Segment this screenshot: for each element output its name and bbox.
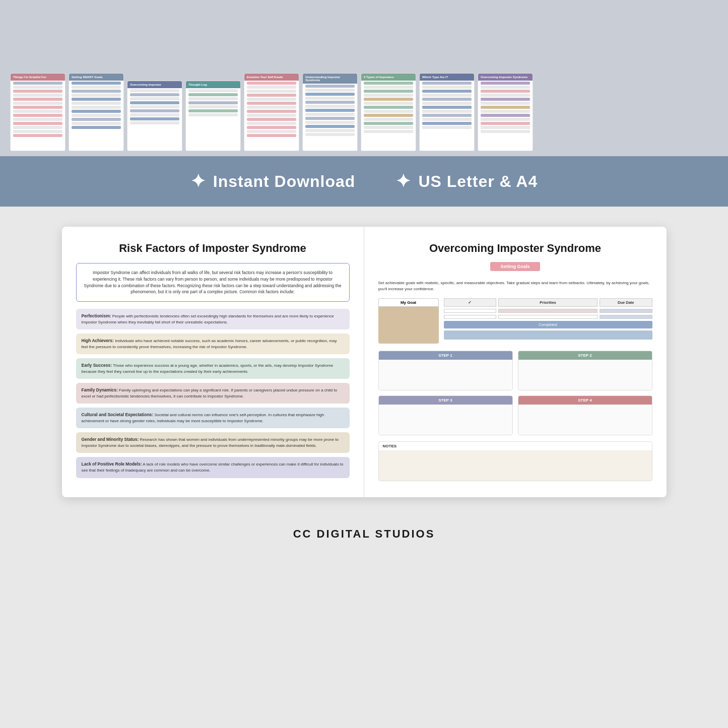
step-2-content [518,360,652,390]
check-1 [444,309,497,313]
priority-1 [498,309,598,313]
right-page: Overcoming Imposter Syndrome Setting Goa… [364,227,667,497]
risk-factor-high-achievers: High Achievers: Individuals who have ach… [76,334,350,354]
banner: ✦ Instant Download ✦ US Letter & A4 [0,156,728,207]
format-text: US Letter & A4 [418,172,538,191]
goal-right-table: ✓ Priorities Due Date [444,298,652,344]
risk-factor-family-dynamics-title: Family Dynamics: [82,387,118,392]
setting-goals-label: Setting Goals [490,262,540,271]
left-page-title: Risk Factors of Imposter Syndrome [76,242,350,255]
risk-factor-high-achievers-title: High Achievers: [82,338,114,343]
preview-page-8: Which Type Am I? [419,73,475,151]
risk-factor-family-dynamics: Family Dynamics: Family upbringing and e… [76,383,350,404]
completed-row: Completed [444,321,652,328]
step-3-content [379,405,512,435]
instant-download-text: Instant Download [213,172,356,191]
notes-box: NOTES [378,441,652,481]
main-content: Risk Factors of Imposter Syndrome Impost… [0,207,728,517]
preview-page-5: Examine Your Self Doubt [244,73,299,151]
goals-intro: Set achievable goals with realistic, spe… [378,280,652,292]
step-3-header: STEP 3 [379,396,512,405]
risk-factor-perfectionism-body: People with perfectionistic tendencies o… [82,314,334,324]
preview-page-9-title: Overcoming Imposter Syndrome [478,74,533,81]
risk-factor-early-success-body: Those who experience success at a young … [82,363,334,374]
step-box-1: STEP 1 [378,351,513,390]
preview-page-6-title: Understanding Imposter Syndrome [303,74,357,84]
check-header: ✓ [444,298,497,307]
due-date-header: Due Date [600,298,652,307]
banner-item-2: ✦ US Letter & A4 [395,171,538,192]
right-page-title: Overcoming Imposter Syndrome [378,242,652,255]
priority-2 [498,315,598,319]
completed-box [444,330,652,340]
priority-row-2 [444,315,652,319]
preview-page-9: Overcoming Imposter Syndrome [478,73,533,151]
preview-page-7: 5 Types of Imposters [361,73,416,151]
goals-header-row: Setting Goals [378,262,652,276]
steps-grid: STEP 1 STEP 2 STEP 3 STEP 4 [378,351,652,435]
step-4-content [518,405,652,435]
document-spread: Risk Factors of Imposter Syndrome Impost… [62,227,667,497]
risk-factor-early-success-title: Early Success: [82,363,112,368]
risk-factor-cultural-title: Cultural and Societal Expectations: [82,412,154,417]
preview-page-8-title: Which Type Am I? [420,74,474,81]
risk-factor-high-achievers-body: Individuals who have achieved notable su… [82,339,337,349]
preview-pages-container: Things I'm Grateful For Setting SMART Go… [0,68,728,156]
risk-factor-perfectionism-title: Perfectionism: [82,313,111,318]
step-box-4: STEP 4 [518,395,652,435]
preview-page-2-title: Setting SMART Goals [69,74,123,81]
priorities-header-row: ✓ Priorities Due Date [444,298,652,307]
star-icon-1: ✦ [190,171,206,192]
preview-page-5-title: Examine Your Self Doubt [244,74,299,81]
intro-box: Impostor Syndrome can affect individuals… [76,263,350,302]
completed-label: Completed [444,321,652,328]
risk-factor-perfectionism: Perfectionism: People with perfectionist… [76,309,350,329]
my-goal-header: My Goal [378,298,439,307]
preview-page-4: Thought Log [185,81,241,151]
star-icon-2: ✦ [395,171,411,192]
preview-page-2: Setting SMART Goals [69,73,124,151]
preview-page-1: Things I'm Grateful For [10,73,65,151]
banner-item-1: ✦ Instant Download [190,171,356,192]
risk-factor-family-dynamics-body: Family upbringing and expectations can p… [82,388,338,399]
risk-factor-role-models: Lack of Positive Role Models: A lack of … [76,457,350,478]
notes-content [379,450,652,481]
preview-page-6: Understanding Imposter Syndrome [302,73,358,151]
risk-factor-gender: Gender and Minority Status: Research has… [76,432,350,453]
preview-page-3: Overcoming Imposter [127,81,182,151]
risk-factor-gender-title: Gender and Minority Status: [82,437,139,442]
step-box-2: STEP 2 [518,351,652,390]
priority-row-1 [444,309,652,313]
step-1-content [379,360,512,390]
check-2 [444,315,497,319]
preview-page-7-title: 5 Types of Imposters [361,74,416,81]
risk-factor-cultural: Cultural and Societal Expectations: Soci… [76,408,350,428]
preview-page-3-title: Overcoming Imposter [127,81,182,88]
duedate-2 [600,315,652,319]
step-2-header: STEP 2 [518,351,652,360]
left-page: Risk Factors of Imposter Syndrome Impost… [62,227,364,497]
step-box-3: STEP 3 [378,395,513,435]
preview-page-4-title: Thought Log [186,81,240,88]
preview-page-1-title: Things I'm Grateful For [11,74,65,81]
risk-factor-role-models-title: Lack of Positive Role Models: [82,461,142,467]
preview-strip: Things I'm Grateful For Setting SMART Go… [0,0,728,156]
step-4-header: STEP 4 [518,396,652,405]
footer: CC DIGITAL STUDIOS [0,517,728,551]
duedate-1 [600,309,652,313]
notes-header: NOTES [379,442,652,450]
risk-factor-early-success: Early Success: Those who experience succ… [76,358,350,379]
priorities-header: Priorities [498,298,598,307]
footer-brand: CC DIGITAL STUDIOS [293,527,435,540]
goal-table: My Goal ✓ Priorities Due Date [378,298,652,344]
my-goal-box: My Goal [378,298,439,344]
step-1-header: STEP 1 [379,351,512,360]
